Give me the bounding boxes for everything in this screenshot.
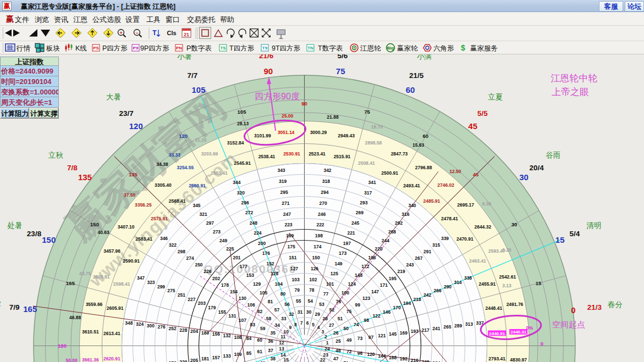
svg-text:大暑: 大暑 — [106, 93, 121, 101]
svg-text:3051.14: 3051.14 — [278, 130, 295, 135]
svg-text:2605.91: 2605.91 — [107, 305, 124, 311]
svg-text:341: 341 — [368, 180, 376, 185]
svg-text:江恩轮中轮: 江恩轮中轮 — [551, 73, 598, 83]
svg-text:45: 45 — [468, 121, 477, 131]
svg-text:265: 265 — [443, 324, 451, 330]
svg-text:103: 103 — [292, 277, 300, 282]
svg-text:196: 196 — [368, 255, 376, 260]
svg-text:50: 50 — [344, 326, 349, 331]
svg-text:2644.32: 2644.32 — [474, 224, 491, 230]
svg-text:165: 165 — [66, 280, 75, 286]
svg-text:3.13: 3.13 — [502, 283, 511, 288]
svg-text:252: 252 — [169, 326, 177, 331]
svg-text:344: 344 — [233, 180, 240, 185]
svg-text:178: 178 — [221, 282, 229, 288]
svg-text:9: 9 — [289, 325, 292, 330]
svg-text:13: 13 — [279, 346, 284, 352]
svg-text:2440.91: 2440.91 — [489, 331, 505, 336]
svg-text:T: T — [152, 29, 157, 37]
svg-text:205: 205 — [190, 358, 198, 362]
svg-text:18.75: 18.75 — [371, 124, 383, 130]
svg-text:21.88: 21.88 — [327, 114, 339, 120]
svg-text:147: 147 — [371, 289, 379, 294]
svg-text:241: 241 — [432, 326, 440, 331]
svg-text:36: 36 — [268, 338, 273, 344]
svg-text:2583.41: 2583.41 — [135, 236, 152, 242]
svg-text:2448.41: 2448.41 — [485, 305, 502, 311]
svg-text:175: 175 — [288, 244, 295, 249]
svg-text:101: 101 — [326, 281, 334, 287]
svg-text:223: 223 — [284, 222, 292, 227]
svg-text:202: 202 — [212, 276, 220, 281]
svg-text:38: 38 — [270, 356, 276, 361]
svg-text:218: 218 — [414, 297, 421, 302]
svg-text:297: 297 — [206, 220, 214, 226]
svg-text:23/8: 23/8 — [27, 230, 42, 238]
svg-text:春分: 春分 — [608, 300, 623, 309]
svg-text:74: 74 — [354, 322, 359, 327]
svg-text:150: 150 — [42, 235, 56, 244]
svg-text:TN: TN — [307, 46, 313, 51]
svg-text:4830.97: 4830.97 — [510, 357, 527, 362]
svg-text:2478.41: 2478.41 — [441, 216, 458, 221]
svg-text:72: 72 — [346, 349, 352, 354]
svg-text:195: 195 — [389, 276, 397, 281]
svg-text:275: 275 — [167, 288, 175, 293]
svg-text:176: 176 — [262, 250, 270, 256]
svg-text:9.38: 9.38 — [482, 201, 491, 207]
svg-text:25.00: 25.00 — [282, 113, 294, 119]
svg-text:2463.41: 2463.41 — [469, 258, 486, 264]
svg-text:148: 148 — [355, 272, 362, 278]
svg-text:154: 154 — [230, 289, 238, 294]
svg-text:179: 179 — [208, 305, 216, 310]
svg-text:75: 75 — [364, 109, 370, 115]
svg-text:5/6: 5/6 — [338, 54, 348, 60]
svg-text:221: 221 — [347, 230, 355, 236]
svg-text:290: 290 — [444, 284, 452, 289]
svg-text:121: 121 — [378, 333, 386, 338]
svg-text:274: 274 — [186, 255, 194, 261]
svg-text:272: 272 — [245, 210, 253, 215]
svg-text:3254.55: 3254.55 — [177, 165, 194, 170]
svg-text:180: 180 — [201, 330, 209, 336]
svg-text:242: 242 — [423, 292, 431, 298]
svg-text:77: 77 — [323, 291, 329, 297]
svg-text:60: 60 — [257, 337, 262, 343]
svg-text:109: 109 — [234, 352, 241, 357]
svg-text:小暑: 小暑 — [177, 54, 192, 60]
svg-text:150: 150 — [312, 255, 320, 260]
svg-text:135: 135 — [78, 172, 92, 182]
svg-text:7: 7 — [300, 320, 303, 326]
svg-text:25: 25 — [335, 338, 341, 344]
svg-text:23/7: 23/7 — [119, 109, 133, 118]
svg-text:289: 289 — [454, 323, 462, 328]
svg-text:55: 55 — [296, 298, 301, 304]
svg-text:80: 80 — [280, 291, 286, 297]
svg-text:60: 60 — [406, 85, 415, 94]
svg-text:小满: 小满 — [417, 54, 432, 60]
svg-text:120: 120 — [367, 352, 375, 357]
svg-text:273: 273 — [213, 229, 221, 235]
svg-text:144: 144 — [378, 353, 386, 359]
svg-text:2746.02: 2746.02 — [437, 182, 454, 188]
svg-text:31.25: 31.25 — [195, 137, 207, 143]
svg-text:105: 105 — [238, 109, 247, 115]
svg-text:2470.91: 2470.91 — [456, 236, 474, 242]
svg-text:194: 194 — [403, 300, 411, 306]
svg-text:34: 34 — [275, 322, 280, 328]
svg-text:204: 204 — [190, 328, 198, 334]
svg-text:145: 145 — [389, 331, 397, 337]
svg-text:81: 81 — [268, 299, 273, 304]
svg-text:173: 173 — [339, 250, 346, 256]
svg-text:243: 243 — [406, 262, 414, 268]
svg-text:2523.41: 2523.41 — [309, 151, 326, 157]
svg-text:0: 0 — [541, 341, 543, 347]
svg-text:7/7: 7/7 — [188, 71, 198, 80]
svg-text:168: 168 — [389, 355, 397, 360]
svg-text:Cls: Cls — [167, 30, 176, 36]
svg-text:2695.17: 2695.17 — [457, 202, 474, 208]
svg-text:2949.43: 2949.43 — [338, 133, 355, 138]
svg-text:6: 6 — [306, 320, 309, 326]
svg-text:132: 132 — [223, 333, 231, 338]
svg-text:98: 98 — [364, 318, 369, 323]
